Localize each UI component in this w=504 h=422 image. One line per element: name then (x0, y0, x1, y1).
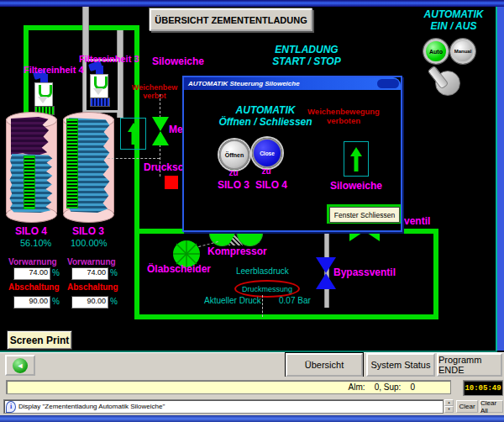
filter3-connector (90, 98, 110, 107)
entladung-line2: START / STOP (252, 55, 361, 67)
einaus-label: EIN / AUS (410, 20, 497, 32)
status-row: i Display "Zemententladung Automatik Sil… (0, 397, 504, 415)
oelabscheider-label: Ölabscheider (147, 263, 211, 275)
filter4-funnel-icon (38, 97, 48, 103)
aktueller-druck-label: Aktueller Druck (204, 296, 261, 305)
alarm-summary-bar: Alm: 0, Sup: 0 (6, 380, 451, 394)
silo4-vorwarnung-unit: % (52, 268, 60, 277)
key-switch-icon[interactable] (435, 71, 460, 96)
silo3-level-value: 100.00% (71, 238, 107, 248)
silo3-level-bar (66, 119, 78, 208)
oeffnen-button-label: Öffnen (225, 152, 244, 158)
manual-button-label: Manual (454, 49, 472, 54)
toolbar: ◄ Übersicht System Status Programm ENDE (0, 352, 504, 378)
silo3-abschaltung-unit: % (110, 297, 118, 306)
silo3-abschaltung-input[interactable]: 90.00 (71, 296, 108, 309)
dialog-siloweiche-direction-box (344, 141, 369, 177)
fenster-schliessen-button[interactable]: Fenster Schliessen (327, 204, 401, 224)
entladung-line1: ENTLADUNG (252, 44, 361, 55)
back-arrow-icon: ◄ (13, 358, 28, 373)
filter3-label: Filtereinheit 3 (79, 54, 139, 64)
silo3-name: SILO 3 (72, 225, 104, 237)
silo3-vorwarnung-unit: % (110, 268, 118, 277)
green-valve-top-icon (152, 117, 169, 131)
hmi-window: ÜBERSICHT ZEMENTENTLADUNG AUTOMATIK EIN … (0, 0, 504, 422)
kompressor-icon (209, 233, 263, 246)
alarm-count-text: Alm: 0, Sup: 0 (349, 382, 415, 392)
uebersicht-button[interactable]: Übersicht (286, 353, 363, 377)
dialog-up-arrow-icon (344, 142, 368, 176)
weichen-warning-fragment: Weichenbew verbot (126, 83, 183, 100)
silo4-graphic (6, 112, 57, 221)
leerblasdruck-label: Leerblasdruck (236, 266, 289, 276)
oeffnen-button[interactable]: Öffnen (219, 140, 249, 170)
fenster-schliessen-label: Fenster Schliessen (329, 207, 400, 223)
silo3-graphic (63, 112, 114, 221)
filter3-funnel-icon (93, 88, 103, 95)
silo3-vorwarnung-input[interactable]: 74.00 (71, 267, 108, 280)
filter4-body (34, 82, 53, 107)
automatik-label: AUTOMATIK (410, 8, 497, 20)
filter3-body (90, 74, 108, 98)
bypassventil-label: Bypassventil (333, 266, 396, 278)
filter4-label: Filtereinheit 4 (24, 65, 84, 75)
zu-silo4-label: zu (256, 166, 276, 176)
system-status-button[interactable]: System Status (366, 353, 435, 377)
programm-ende-button[interactable]: Programm ENDE (437, 353, 502, 377)
dashed-line-druck (262, 295, 263, 317)
dashed-line-horizontal (108, 158, 160, 159)
manual-button[interactable]: Manual (450, 39, 475, 64)
filter4-icon (34, 71, 54, 114)
clear-button[interactable]: Clear (456, 400, 478, 413)
zu-silo3-label: zu (223, 168, 244, 177)
silo4-vorwarnung-input[interactable]: 74.00 (13, 267, 50, 280)
filter4-u-icon (39, 85, 52, 98)
clear-all-button[interactable]: Clear All (480, 400, 503, 413)
druckmessung-oval: Druckmessung (234, 280, 300, 298)
silo4-abschaltung-label: Abschaltung (8, 282, 60, 292)
silo3-abschaltung-label: Abschaltung (67, 282, 118, 292)
silo4-name: SILO 4 (15, 225, 47, 237)
siloweiche-direction-box (120, 118, 146, 150)
filter3-icon (89, 62, 109, 106)
status-message: Display "Zemententladung Automatik Silow… (18, 403, 165, 410)
druckmessung-label: Druckmessung (242, 285, 292, 293)
entladung-label: ENTLADUNG START / STOP (252, 44, 361, 67)
up-arrow-icon (121, 119, 145, 149)
silo3-vorwarnung-label: Vorwarnung (67, 257, 116, 266)
filter3-u-icon (94, 76, 108, 89)
silo4-level-value: 56.10% (20, 238, 51, 248)
siloweiche-label: Siloweiche (152, 55, 204, 67)
clock: 10:05:49 (463, 380, 503, 396)
spinner-down-button[interactable]: ▼ (444, 406, 454, 413)
banner-spinner: ▲ ▼ (444, 399, 454, 414)
auto-button[interactable]: Auto (423, 39, 449, 64)
info-icon: i (6, 401, 16, 413)
dialog-titlebar[interactable]: AUTOMATIK Steuerung Siloweiche (184, 77, 401, 90)
window-border-right (497, 7, 504, 351)
screen-print-button[interactable]: Screen Print (7, 330, 72, 350)
druck-value: 0.07 Bar (279, 296, 311, 305)
close-button-label: Close (260, 150, 275, 156)
dialog-warning-line2: verboten (300, 116, 387, 125)
druckschalter-indicator (165, 176, 178, 189)
page-title-button[interactable]: ÜBERSICHT ZEMENTENTLADUNG (150, 8, 312, 31)
weichen-warning-line2: verbot (126, 92, 183, 100)
silo4-abschaltung-unit: % (52, 297, 60, 306)
spinner-up-button[interactable]: ▲ (444, 399, 454, 406)
dialog-warning: Weichenbewegung verboten (300, 107, 387, 125)
back-button[interactable]: ◄ (5, 355, 35, 376)
silo4-level-bar (24, 156, 35, 209)
dialog-siloweiche-label: Siloweiche (328, 180, 384, 192)
automatik-einaus-label: AUTOMATIK EIN / AUS (410, 8, 497, 32)
window-bottom-border (0, 415, 504, 422)
dialog-silo4-label: SILO 4 (249, 179, 294, 191)
automatik-siloweiche-dialog: AUTOMATIK Steuerung Siloweiche AUTOMATIK… (182, 76, 402, 232)
dialog-warning-line1: Weichenbewegung (300, 107, 387, 116)
silo4-vorwarnung-label: Vorwarnung (8, 257, 57, 266)
silo4-abschaltung-input[interactable]: 90.00 (13, 296, 50, 309)
green-valve-bottom-icon (152, 131, 169, 145)
weichen-warning-line1: Weichenbew (126, 83, 183, 92)
close-button[interactable]: Close (252, 138, 282, 168)
kompressor-label: Kompressor (207, 245, 267, 257)
